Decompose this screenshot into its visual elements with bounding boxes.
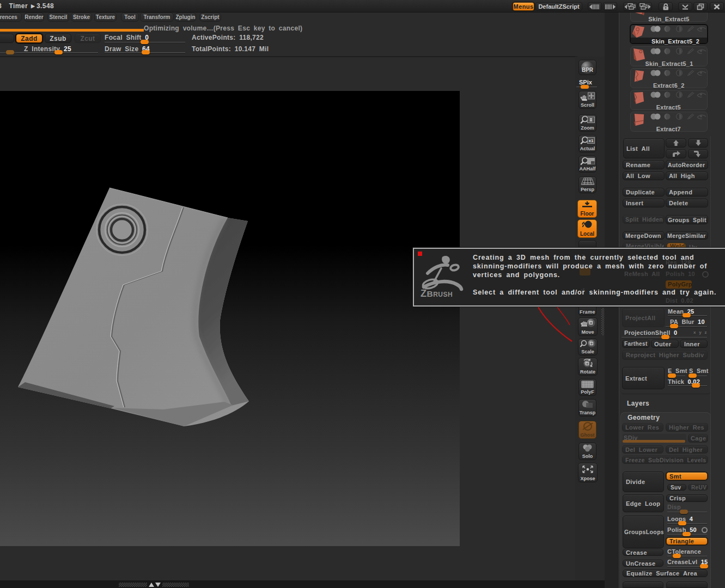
svg-text:BPR: BPR (582, 67, 594, 73)
svg-text:x1: x1 (588, 138, 593, 143)
svg-text:ZBRUSH: ZBRUSH (421, 288, 453, 299)
